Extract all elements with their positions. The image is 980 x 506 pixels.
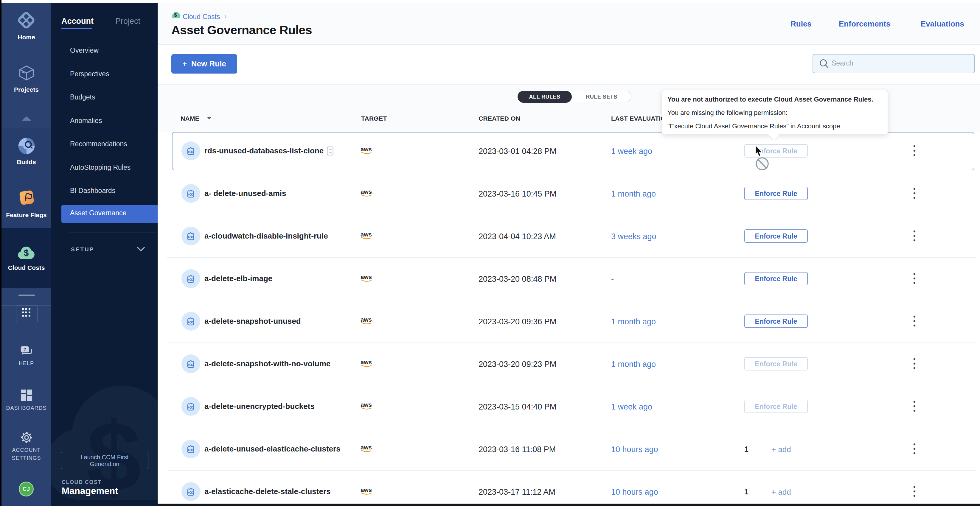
svg-text:aws: aws xyxy=(361,189,372,195)
svg-text:aws: aws xyxy=(361,487,372,493)
svg-text:$: $ xyxy=(174,13,177,17)
svg-text:aws: aws xyxy=(361,274,372,280)
svg-text:aws: aws xyxy=(361,359,372,365)
svg-text:aws: aws xyxy=(361,401,372,408)
svg-text:?: ? xyxy=(24,347,26,352)
svg-text:aws: aws xyxy=(361,316,372,323)
svg-text:aws: aws xyxy=(361,444,372,450)
svg-text:$: $ xyxy=(24,248,29,258)
svg-text:aws: aws xyxy=(361,146,372,152)
svg-text:aws: aws xyxy=(361,231,372,238)
